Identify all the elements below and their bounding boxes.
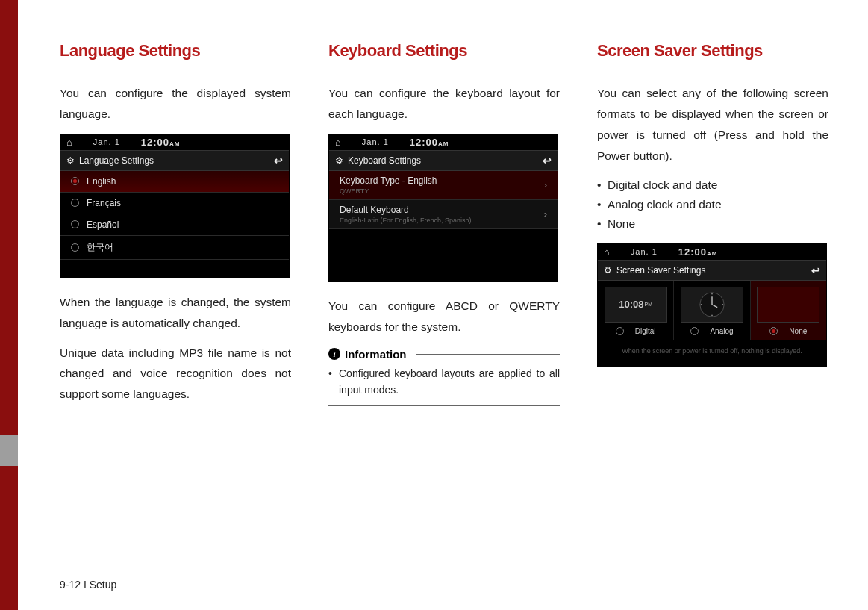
para-language-2: Unique data including MP3 file name is n…: [60, 343, 291, 405]
chevron-right-icon: ›: [544, 208, 547, 220]
option-label: Français: [87, 198, 121, 208]
clock-icon: [699, 291, 725, 318]
screen-title-bar: ⚙Keyboard Settings ↩: [329, 150, 558, 171]
home-icon: ⌂: [66, 137, 72, 148]
para-language-1: When the language is changed, the sys­te…: [60, 292, 291, 334]
svg-point-4: [711, 314, 713, 316]
column-screensaver: Screen Saver Settings You can select any…: [597, 41, 828, 414]
row-main: Default Keyboard: [340, 205, 472, 215]
status-bar: ⌂ Jan. 1 12:00AM: [598, 244, 826, 260]
back-icon: ↩: [811, 264, 820, 276]
screensaver-option-digital[interactable]: 10:08PM Digital: [598, 281, 674, 340]
gear-icon: ⚙: [604, 265, 612, 276]
language-option-korean[interactable]: 한국어: [60, 236, 289, 260]
option-label: None: [789, 327, 807, 335]
information-block: i Information Configured keyboard layout…: [328, 348, 560, 407]
keyboard-type-row[interactable]: Keyboard Type - English QWERTY ›: [329, 171, 558, 200]
radio-icon: [769, 327, 778, 335]
heading-language: Language Settings: [60, 41, 291, 60]
page-footer: 9-12 I Setup: [60, 579, 116, 591]
screen-title-bar: ⚙Language Settings ↩: [60, 150, 289, 171]
status-bar: ⌂ Jan. 1 12:00AM: [329, 134, 558, 150]
home-icon: ⌂: [335, 137, 341, 148]
info-text: Configured keyboard layouts are applied …: [328, 365, 560, 399]
svg-point-6: [722, 304, 723, 305]
option-label: 한국어: [87, 241, 113, 254]
intro-keyboard: You can configure the keyboard layout fo…: [328, 83, 560, 125]
svg-point-5: [701, 304, 702, 305]
bullet-item: Digital clock and date: [597, 175, 828, 195]
sidebar-accent: [0, 0, 18, 610]
back-icon: ↩: [543, 155, 552, 166]
keyboard-list: Keyboard Type - English QWERTY › Default…: [329, 171, 558, 281]
intro-language: You can configure the displayed system l…: [60, 83, 291, 125]
language-option-francais[interactable]: Français: [60, 193, 289, 214]
home-icon: ⌂: [604, 246, 610, 258]
default-keyboard-row[interactable]: Default Keyboard English-Latin (For Engl…: [329, 200, 558, 229]
page-content: Language Settings You can configure the …: [60, 41, 838, 580]
option-label: Analog: [710, 327, 733, 335]
back-icon: ↩: [274, 155, 283, 166]
status-date: Jan. 1: [93, 137, 120, 146]
svg-point-3: [711, 293, 713, 294]
status-time: 12:00AM: [678, 246, 718, 258]
language-list: English Français Español 한국어: [60, 171, 289, 278]
preview-analog: [681, 287, 743, 323]
language-option-english[interactable]: English: [60, 171, 289, 193]
status-bar: ⌂ Jan. 1 12:00AM: [60, 134, 289, 150]
para-keyboard-1: You can configure ABCD or QWERTY keyboar…: [328, 296, 560, 337]
sidebar-tab: [0, 435, 18, 466]
device-screenshot-keyboard: ⌂ Jan. 1 12:00AM ⚙Keyboard Settings ↩ Ke…: [328, 134, 558, 282]
screensaver-options: 10:08PM Digital: [598, 281, 826, 340]
row-sub: English-Latin (For English, French, Span…: [340, 217, 472, 224]
column-language: Language Settings You can configure the …: [60, 41, 291, 414]
screen-title-bar: ⚙Screen Saver Settings ↩: [598, 260, 826, 281]
screensaver-caption: When the screen or power is turned off, …: [598, 340, 826, 367]
screen-title: Language Settings: [79, 155, 154, 166]
device-screenshot-screensaver: ⌂ Jan. 1 12:00AM ⚙Screen Saver Settings …: [597, 243, 827, 367]
screensaver-bullet-list: Digital clock and date Analog clock and …: [597, 175, 828, 234]
option-label: Digital: [635, 327, 656, 335]
gear-icon: ⚙: [66, 155, 75, 166]
radio-icon: [71, 220, 79, 228]
option-label: English: [87, 176, 116, 187]
option-label: Español: [87, 220, 119, 230]
screen-title: Screen Saver Settings: [616, 265, 705, 276]
status-time: 12:00AM: [410, 137, 449, 148]
gear-icon: ⚙: [335, 155, 343, 166]
column-keyboard: Keyboard Settings You can configure the …: [328, 41, 560, 414]
chevron-right-icon: ›: [544, 179, 547, 190]
status-date: Jan. 1: [362, 137, 389, 146]
language-option-espanol[interactable]: Español: [60, 214, 289, 236]
status-time: 12:00AM: [141, 137, 181, 148]
row-main: Keyboard Type - English: [340, 175, 437, 186]
preview-digital: 10:08PM: [605, 287, 667, 323]
bullet-item: None: [597, 214, 828, 234]
row-sub: QWERTY: [340, 187, 437, 195]
intro-screensaver: You can select any of the following scre…: [597, 83, 828, 166]
screensaver-option-analog[interactable]: Analog: [674, 281, 750, 340]
info-icon: i: [328, 348, 340, 360]
preview-none: [757, 287, 819, 323]
info-title: Information: [345, 348, 407, 361]
heading-keyboard: Keyboard Settings: [328, 41, 560, 60]
radio-icon: [690, 327, 699, 335]
status-date: Jan. 1: [631, 247, 658, 256]
screen-title: Keyboard Settings: [348, 155, 421, 166]
heading-screensaver: Screen Saver Settings: [597, 41, 828, 60]
radio-icon: [71, 243, 79, 252]
screensaver-option-none[interactable]: None: [751, 281, 826, 340]
radio-icon: [71, 199, 79, 207]
radio-icon: [71, 177, 79, 185]
device-screenshot-language: ⌂ Jan. 1 12:00AM ⚙Language Settings ↩ En…: [60, 134, 290, 278]
radio-icon: [616, 327, 624, 335]
bullet-item: Analog clock and date: [597, 195, 828, 214]
